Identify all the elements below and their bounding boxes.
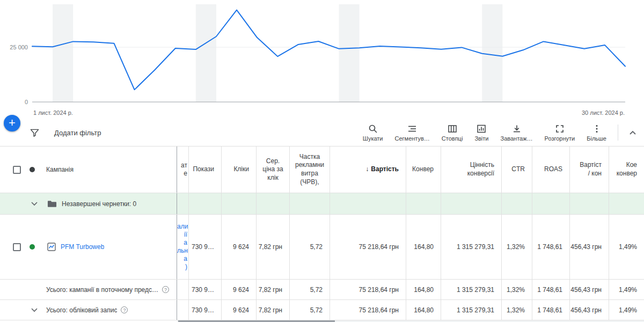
filter-funnel-icon [30, 128, 39, 137]
x-axis-end-date: 30 лист. 2024 р. [582, 109, 625, 116]
add-filter-label: Додати фільтр [54, 129, 101, 137]
empty-cell [532, 193, 570, 214]
help-icon[interactable]: ? [162, 286, 169, 293]
metric-cell: 456,43 грн [570, 215, 609, 279]
metric-cell: 1 315 279,31 [441, 215, 502, 279]
chevron-down-icon [31, 202, 38, 206]
metric-cell: 1 315 279,31 [441, 300, 502, 320]
metric-cell: 1 748,61 [532, 280, 570, 299]
metric-cell: 9 624 [222, 280, 257, 299]
metric-cell: 1 315 279,31 [441, 280, 502, 299]
select-all-checkbox[interactable] [13, 166, 21, 174]
header-conv-rate[interactable]: Кое конвер [609, 147, 644, 193]
table-toolbar: Додати фільтр Шукати Сегментув… [0, 119, 644, 146]
metric-cell: 730 9… [189, 215, 222, 279]
empty-cell [441, 193, 502, 214]
toolbar-expand-button[interactable]: Розгорнути [539, 124, 581, 142]
header-conv-value[interactable]: Цінність конверсії [441, 147, 502, 193]
cost-trend-line [32, 10, 625, 90]
empty-cell [177, 300, 189, 320]
totals-account-row: Усього: обліковий запис ? 730 9… 9 624 7… [0, 300, 644, 320]
header-impressions[interactable]: Покази [189, 147, 222, 193]
plus-icon: + [9, 117, 16, 129]
header-impr-share[interactable]: Частка рекламни витра (ЧРВ), [290, 147, 330, 193]
columns-icon [448, 124, 457, 134]
header-conversions[interactable]: Конвер [406, 147, 441, 193]
header-roas[interactable]: ROAS [532, 147, 570, 193]
download-icon [512, 124, 522, 134]
metric-cell: 75 218,64 грн [330, 300, 406, 320]
campaign-name-link[interactable]: PFM Turboweb [61, 243, 104, 251]
chevron-down-icon [31, 308, 38, 312]
metric-cell: 730 9… [189, 280, 222, 299]
metric-cell: 7,82 грн [257, 300, 290, 320]
empty-cell [502, 193, 532, 214]
header-avg-cpc[interactable]: Сер. ціна за клік [257, 147, 290, 193]
help-icon[interactable]: ? [121, 306, 128, 313]
metric-cell: 75 218,64 грн [330, 215, 406, 279]
header-select-cell [0, 147, 24, 193]
empty-cell [609, 193, 644, 214]
metric-cell: 1 748,61 [532, 300, 570, 320]
metric-cell: 9 624 [222, 215, 257, 279]
toolbar-columns-button[interactable]: Стовпці [436, 124, 469, 142]
empty-cell [222, 193, 257, 214]
metric-cell: 1,32% [502, 300, 532, 320]
weekend-bands [53, 4, 502, 102]
empty-cell [290, 193, 330, 214]
empty-cell [177, 193, 189, 214]
performance-max-campaign-icon [47, 243, 56, 251]
expand-icon [555, 124, 565, 134]
header-cost-per-conv[interactable]: Вартіст / кон [570, 147, 609, 193]
campaigns-table: Кампанія ат е Покази Кліки Сер. ціна за … [0, 146, 644, 320]
metric-cell: 1,32% [502, 215, 532, 279]
add-campaign-fab[interactable]: + [4, 115, 20, 131]
toolbar-more-button[interactable]: Більше [581, 124, 612, 142]
totals-account-label-cell: Усього: обліковий запис ? [41, 300, 177, 320]
toolbar-reports-button[interactable]: Звіти [469, 124, 494, 142]
performance-chart: 25 000 0 1 лист. 2024 р. 30 лист. 2024 р… [0, 0, 644, 119]
metric-cell: 456,43 грн [570, 300, 609, 320]
enabled-status-dot [30, 244, 35, 250]
clipped-detail-cell: али ії а льні а ) [177, 215, 189, 279]
header-cost-sorted[interactable]: ↓ Вартість [330, 147, 406, 193]
drafts-label-cell: Незавершені чернетки: 0 [41, 193, 177, 214]
metric-cell: 1,49% [609, 280, 644, 299]
drafts-expand-toggle[interactable] [0, 193, 41, 214]
collapse-table-button[interactable] [624, 126, 642, 140]
sort-desc-icon: ↓ [365, 165, 369, 174]
totals-current-label-cell: Усього: кампанії в поточному предс… ? [41, 280, 177, 299]
toolbar-download-button[interactable]: Завантаж… [495, 124, 539, 142]
row-status-cell [24, 215, 41, 279]
empty-cell [570, 193, 609, 214]
toolbar-search-button[interactable]: Шукати [357, 124, 389, 142]
empty-cell [177, 280, 189, 299]
y-tick-25000: 25 000 [10, 44, 28, 50]
more-vertical-icon [592, 124, 602, 134]
totals-current-row: Усього: кампанії в поточному предс… ? 73… [0, 280, 644, 300]
metric-cell: 7,82 грн [257, 215, 290, 279]
drafts-row[interactable]: Незавершені чернетки: 0 [0, 193, 644, 215]
row-select-cell [0, 215, 24, 279]
toolbar-divider [618, 125, 618, 141]
metric-cell: 9 624 [222, 300, 257, 320]
row-checkbox[interactable] [13, 243, 21, 251]
metric-cell: 75 218,64 грн [330, 280, 406, 299]
account-expand-toggle[interactable] [0, 300, 41, 320]
metric-cell: 1 748,61 [532, 215, 570, 279]
header-campaign[interactable]: Кампанія [41, 147, 177, 193]
header-clicks[interactable]: Кліки [222, 147, 257, 193]
metric-cell: 164,80 [406, 280, 441, 299]
table-header-row: Кампанія ат е Покази Кліки Сер. ціна за … [0, 146, 644, 193]
empty-cell [330, 193, 406, 214]
metric-cell: 5,72 [290, 300, 330, 320]
metric-cell: 730 9… [189, 300, 222, 320]
x-axis-start-date: 1 лист. 2024 р. [33, 109, 73, 116]
folder-icon [47, 200, 57, 208]
toolbar-segment-button[interactable]: Сегментув… [389, 124, 436, 142]
metric-cell: 164,80 [406, 300, 441, 320]
empty-cell [406, 193, 441, 214]
campaign-row-pfm-turboweb: PFM Turboweb али ії а льні а ) 730 9… 9 … [0, 215, 644, 280]
metric-cell: 7,82 грн [257, 280, 290, 299]
header-ctr[interactable]: CTR [502, 147, 532, 193]
